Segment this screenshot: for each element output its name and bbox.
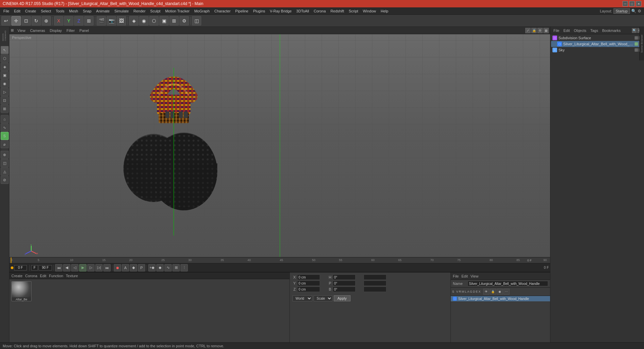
poly-tool-button[interactable]: ⬡ (1, 54, 9, 62)
viewport-menu-panel[interactable]: Panel (78, 29, 90, 33)
mat-menu-function[interactable]: Function (49, 274, 63, 278)
poly-display-button[interactable]: ◈ (129, 16, 139, 26)
maximize-button[interactable]: □ (629, 1, 635, 6)
menu-simulate[interactable]: Simulate (112, 8, 131, 14)
viewport-menu-display[interactable]: Display (49, 29, 63, 33)
menu-3dtoall[interactable]: 3DToAll (294, 8, 311, 14)
undo-button[interactable]: ↩ (1, 16, 11, 26)
viewport-section[interactable]: ⊞ View Cameras Display Filter Panel ⤢ 🔒 … (9, 27, 550, 257)
view-options-button[interactable]: ◫ (192, 16, 201, 26)
props-menu-file[interactable]: File (453, 274, 459, 278)
viewport-ctrl-layout[interactable]: ▦ (543, 28, 549, 33)
play-reverse-button[interactable]: ◁ (71, 264, 78, 271)
obj-lock-btn[interactable]: 🔒 (490, 289, 496, 295)
coord-h-rot[interactable] (333, 275, 356, 280)
phong-display-button[interactable]: ◉ (139, 16, 149, 26)
menu-corona[interactable]: Corona (312, 8, 328, 14)
viewport-menu-cameras[interactable]: Cameras (29, 29, 46, 33)
keyframe-button[interactable]: ◆ (130, 264, 137, 271)
search-icon[interactable]: 🔍 (631, 9, 636, 13)
go-to-start-button[interactable]: ⏮ (55, 264, 62, 271)
props-menu-view[interactable]: View (471, 274, 479, 278)
play-forward-button[interactable]: ▶ (79, 264, 87, 271)
timeline-window-button[interactable]: ⊞ (172, 264, 180, 271)
obj-item-sky[interactable]: ○ Sky (551, 47, 643, 53)
props-menu-edit[interactable]: Edit (462, 274, 468, 278)
scale-tool-button[interactable]: ⊡ (21, 16, 31, 26)
subdiv-vis-dot[interactable] (635, 36, 638, 40)
viewport-canvas[interactable]: Perspective (9, 34, 550, 257)
texture-display-button[interactable]: ⬡ (149, 16, 159, 26)
coord-sx[interactable] (364, 275, 386, 280)
menu-sculpt[interactable]: Sculpt (148, 8, 163, 14)
coord-sy[interactable] (364, 281, 386, 286)
texture-tool-button[interactable]: ⊡ (1, 96, 9, 104)
timeline-ruler[interactable]: 0 5 10 15 20 25 30 35 40 45 50 55 60 65 (11, 257, 549, 263)
coord-z-pos[interactable] (297, 287, 320, 292)
remove-keyframe-button[interactable]: ◆ (156, 264, 164, 271)
obj-render-btn[interactable]: ◉ (497, 289, 503, 295)
obj-menu-edit[interactable]: Edit (562, 29, 571, 33)
menu-animate[interactable]: Animate (94, 8, 112, 14)
obj-mgr-search-icon[interactable]: 🔍 (632, 28, 637, 33)
wireframe-button[interactable]: ▣ (159, 16, 169, 26)
obj-visibility-btn[interactable]: 👁 (483, 289, 489, 295)
obj-menu-file[interactable]: File (552, 29, 560, 33)
layout-value[interactable]: Startup (613, 8, 630, 14)
point-tool-button[interactable]: ▣ (1, 71, 9, 79)
minimize-button[interactable]: ─ (623, 1, 628, 6)
select-tool-button[interactable]: ↖ (1, 46, 9, 54)
step-back-button[interactable]: ◀ (63, 264, 70, 271)
show-function-curves[interactable]: ∿ (164, 264, 172, 271)
menu-script[interactable]: Script (347, 8, 360, 14)
settings-icon[interactable]: ⚙ (638, 9, 641, 13)
menu-edit[interactable]: Edit (12, 8, 22, 14)
menu-pipeline[interactable]: Pipeline (233, 8, 250, 14)
line-tool-button[interactable]: ⌂ (1, 115, 9, 123)
curve-tool-button[interactable]: ∿ (1, 123, 9, 132)
viewport-menu-view[interactable]: View (16, 29, 26, 33)
coord-y-pos[interactable] (297, 281, 320, 286)
menu-vray[interactable]: V-Ray Bridge (268, 8, 294, 14)
scene-browser-tab[interactable]: Scene Browser (639, 27, 644, 60)
coord-x-pos[interactable] (297, 275, 320, 280)
render-to-picture-viewer[interactable]: 🖼 (117, 16, 126, 26)
menu-render[interactable]: Render (131, 8, 148, 14)
viewport-expand-icon[interactable]: ⊞ (11, 28, 14, 33)
material-thumbnail[interactable]: Altar_Be (11, 281, 32, 301)
x-axis-button[interactable]: X (54, 16, 63, 26)
world-coord-button[interactable]: ⊞ (84, 16, 94, 26)
fps-input[interactable] (31, 265, 38, 270)
mat-menu-edit[interactable]: Edit (40, 274, 46, 278)
menu-select[interactable]: Select (39, 8, 53, 14)
step-forward-button[interactable]: ▷| (95, 264, 103, 271)
object-name-input[interactable] (468, 281, 548, 286)
y-axis-button[interactable]: Y (64, 16, 73, 26)
rotate-tool-button[interactable]: ↻ (32, 16, 41, 26)
motion-path-button[interactable]: P (138, 264, 145, 271)
add-keyframe-button[interactable]: +◆ (148, 264, 156, 271)
layer-tool-button[interactable]: ◫ (1, 159, 9, 167)
auto-key-button[interactable]: A (122, 264, 129, 271)
viewport-ctrl-lock[interactable]: 🔒 (531, 28, 537, 33)
mat-menu-corona[interactable]: Corona (25, 274, 37, 278)
sky-vis-dot[interactable] (635, 48, 638, 52)
coord-p-rot[interactable] (333, 281, 356, 286)
obj-menu-objects[interactable]: Objects (573, 29, 587, 33)
menu-mesh[interactable]: Mesh (67, 8, 80, 14)
object-tool-button[interactable]: ◉ (1, 80, 9, 88)
model-tool-button[interactable]: ▷ (1, 88, 9, 96)
play-forward-all-button[interactable]: ▷ (87, 264, 95, 271)
edge-tool-button[interactable]: ◈ (1, 63, 9, 71)
move-tool-button[interactable]: ✛ (11, 16, 21, 26)
menu-help[interactable]: Help (379, 8, 390, 14)
settings-button[interactable]: ⚙ (179, 16, 189, 26)
menu-snap[interactable]: Snap (81, 8, 94, 14)
menu-character[interactable]: Character (212, 8, 232, 14)
menu-plugins[interactable]: Plugins (251, 8, 267, 14)
coord-sz[interactable] (364, 287, 386, 292)
menu-create[interactable]: Create (23, 8, 38, 14)
grid-button[interactable]: ⊞ (169, 16, 179, 26)
viewport-ctrl-expand[interactable]: ⤢ (525, 28, 531, 33)
menu-redshift[interactable]: Redshift (328, 8, 346, 14)
